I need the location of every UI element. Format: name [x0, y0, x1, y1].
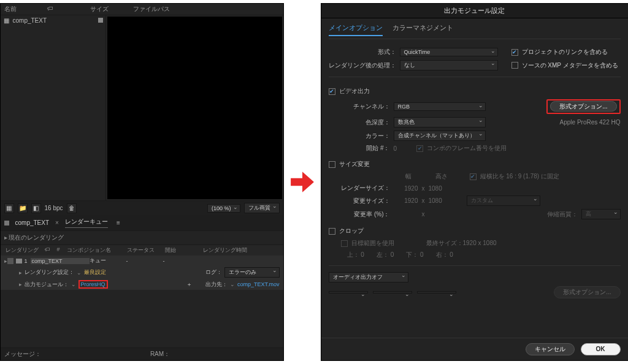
- zoom-dropdown[interactable]: (100 %): [207, 204, 240, 213]
- codec-info: Apple ProRes 422 HQ: [560, 119, 621, 126]
- lower-panel-tabs: comp_TEXT × レンダーキュー ≡: [1, 215, 283, 231]
- current-render-label: 現在のレンダリング: [9, 234, 64, 241]
- crop-checkbox[interactable]: [329, 228, 335, 235]
- format-options-highlight: 形式オプション...: [546, 99, 620, 114]
- depth-dropdown[interactable]: 数兆色: [394, 117, 486, 127]
- project-item[interactable]: ▦ comp_TEXT: [1, 15, 105, 25]
- bpc-toggle[interactable]: 16 bpc: [45, 205, 63, 211]
- render-queue-panel: ▸ 現在のレンダリング レンダリング 🏷 # コンポジション名 ステータス 開始…: [1, 231, 283, 360]
- col-filepath[interactable]: ファイルパス: [133, 5, 170, 13]
- cancel-button[interactable]: キャンセル: [526, 343, 575, 355]
- col-size[interactable]: サイズ: [90, 5, 127, 13]
- ok-button[interactable]: OK: [581, 343, 621, 355]
- comp-name[interactable]: comp_TEXT: [31, 258, 90, 264]
- output-module-link[interactable]: ProresHQ: [81, 281, 105, 287]
- resize-preset-dropdown: カスタム: [467, 195, 540, 206]
- use-roi-checkbox: [341, 240, 348, 247]
- resize-checkbox[interactable]: [329, 161, 335, 168]
- tab-render-queue[interactable]: レンダーキュー: [65, 218, 108, 228]
- post-render-dropdown[interactable]: なし: [400, 60, 498, 70]
- project-item-label: comp_TEXT: [13, 17, 47, 24]
- audio-depth-dropdown: [373, 291, 412, 294]
- video-output-checkbox[interactable]: [329, 88, 335, 95]
- audio-output-dropdown[interactable]: オーディオ出力オフ: [329, 272, 408, 282]
- project-tree[interactable]: ▦ comp_TEXT: [1, 15, 106, 200]
- arrow-indicator: [289, 169, 316, 195]
- color-dropdown[interactable]: 合成チャンネル（マットあり）: [394, 131, 486, 141]
- output-module-settings-dialog: 出力モジュール設定 メインオプション カラーマネジメント 形式： QuickTi…: [321, 3, 629, 361]
- dialog-footer: キャンセル OK: [321, 338, 628, 360]
- composition-preview[interactable]: [107, 17, 282, 199]
- output-module-highlight: ProresHQ: [78, 280, 108, 289]
- new-folder-icon[interactable]: 📁: [18, 203, 28, 213]
- trash-icon[interactable]: 🗑: [67, 203, 77, 213]
- resolution-dropdown[interactable]: フル画質: [244, 203, 280, 213]
- after-effects-project-panel: 名前 🏷 サイズ ファイルパス ▦ comp_TEXT ▦ 📁 ◧ 16 bpc…: [0, 3, 284, 361]
- format-dropdown[interactable]: QuickTime: [400, 48, 498, 56]
- tab-color-icon: [4, 221, 9, 226]
- render-queue-item: ▸ 1 comp_TEXT キュー - - ▸ レンダリング設定： ⌄ 最良設定…: [1, 256, 283, 290]
- queue-checkbox[interactable]: [7, 258, 13, 264]
- render-queue-columns: レンダリング 🏷 # コンポジション名 ステータス 開始 レンダリング時間: [1, 245, 283, 256]
- panel-menu-icon[interactable]: ≡: [117, 219, 120, 226]
- new-comp-icon[interactable]: ▦: [4, 203, 14, 213]
- toggle-icon[interactable]: ◧: [31, 203, 41, 213]
- format-options-button[interactable]: 形式オプション...: [550, 101, 616, 112]
- comp-icon: ▦: [3, 17, 10, 24]
- dialog-title: 出力モジュール設定: [321, 4, 628, 18]
- dialog-tabs: メインオプション カラーマネジメント: [329, 23, 621, 39]
- audio-channels-dropdown: [417, 291, 456, 294]
- tab-main-options[interactable]: メインオプション: [329, 23, 383, 36]
- add-output-button[interactable]: ＋: [186, 281, 192, 289]
- log-dropdown[interactable]: エラーのみ: [224, 267, 280, 278]
- include-xmp-checkbox[interactable]: [511, 62, 518, 69]
- status-bar: メッセージ： RAM：: [1, 347, 283, 360]
- col-tag-icon[interactable]: 🏷: [47, 5, 84, 13]
- lock-aspect-checkbox: [470, 173, 477, 180]
- project-column-header: 名前 🏷 サイズ ファイルパス: [1, 4, 283, 15]
- tab-comp[interactable]: comp_TEXT: [15, 219, 50, 226]
- render-settings-link[interactable]: 最良設定: [84, 268, 106, 276]
- audio-format-options-button: 形式オプション...: [554, 286, 620, 298]
- project-footer-toolbar: ▦ 📁 ◧ 16 bpc 🗑 (100 %) フル画質: [1, 200, 283, 215]
- output-destination-link[interactable]: comp_TEXT.mov: [237, 281, 280, 287]
- audio-rate-dropdown: [329, 291, 368, 294]
- channels-dropdown[interactable]: RGB: [394, 102, 486, 111]
- col-name[interactable]: 名前: [4, 5, 41, 13]
- item-label-color[interactable]: [16, 259, 22, 264]
- include-project-link-checkbox[interactable]: [511, 49, 518, 56]
- comp-frame-num-checkbox: [416, 145, 423, 152]
- stretch-quality-dropdown: 高: [581, 209, 621, 219]
- tab-color-management[interactable]: カラーマネジメント: [392, 23, 453, 36]
- arrow-right-icon: [289, 169, 315, 195]
- label-color-swatch[interactable]: [98, 18, 103, 23]
